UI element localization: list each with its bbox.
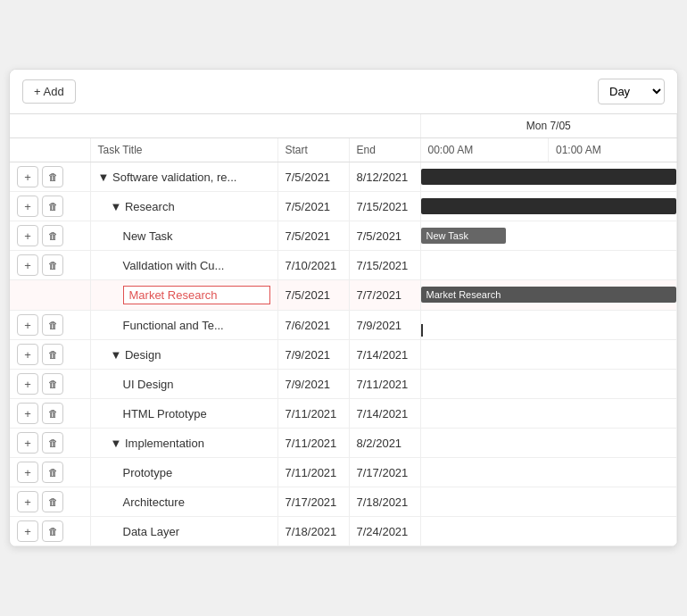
actions-cell: +🗑 [10,399,90,429]
row-add-button[interactable]: + [17,314,38,336]
table-row: +🗑Valldation with Cu...7/10/20217/15/202… [10,251,677,280]
row-add-button[interactable]: + [17,491,38,512]
row-delete-button[interactable]: 🗑 [42,403,63,424]
gantt-body: +🗑▼ Software validation, re...7/5/20218/… [10,162,677,546]
gantt-cell [420,517,677,546]
row-add-button[interactable]: + [17,344,38,365]
gantt-line [421,324,423,337]
gantt-bar[interactable]: Market Research [421,287,677,303]
row-delete-button[interactable]: 🗑 [42,432,63,454]
toolbar: + Add Day Week Month [10,70,677,114]
title-cell: Prototype [90,458,277,487]
gantt-bar[interactable] [421,198,677,214]
row-delete-button[interactable]: 🗑 [42,344,63,365]
end-cell: 7/7/2021 [349,280,420,311]
row-delete-button[interactable]: 🗑 [42,314,63,336]
end-cell: 7/9/2021 [349,311,420,340]
end-cell: 8/12/2021 [349,162,420,192]
action-buttons: +🗑 [17,491,83,512]
gantt-cell [420,251,677,280]
title-cell: HTML Prototype [90,399,277,429]
table-row: +🗑▼ Software validation, re...7/5/20218/… [10,162,677,192]
row-add-button[interactable]: + [17,462,38,483]
actions-cell: +🗑 [10,221,90,251]
row-add-button[interactable]: + [17,432,38,454]
table-row: 7/5/20217/7/2021Market Research [10,280,677,311]
gantt-cell [420,487,677,517]
date-header-date: Mon 7/05 [420,114,677,138]
gantt-cell [420,192,677,221]
row-delete-button[interactable]: 🗑 [42,520,63,542]
gantt-cell: New Task [420,221,677,251]
title-cell: ▼ Software validation, re... [90,162,277,192]
view-select[interactable]: Day Week Month [599,79,664,104]
col-actions-header [10,137,90,162]
gantt-cell [420,370,677,399]
col-start-header: Start [277,137,349,162]
start-cell: 7/11/2021 [277,399,349,429]
start-cell: 7/6/2021 [277,311,349,340]
end-cell: 7/15/2021 [349,192,420,221]
row-delete-button[interactable]: 🗑 [42,373,63,395]
row-delete-button[interactable]: 🗑 [42,491,63,512]
title-cell: ▼ Implementation [90,429,277,458]
actions-cell: +🗑 [10,429,90,458]
row-delete-button[interactable]: 🗑 [42,462,63,483]
end-cell: 7/17/2021 [349,458,420,487]
start-cell: 7/18/2021 [277,517,349,546]
gantt-chart-container: + Add Day Week Month Mon 7/05 [9,69,678,548]
row-delete-button[interactable]: 🗑 [42,196,63,217]
action-buttons: +🗑 [17,196,83,217]
row-add-button[interactable]: + [17,196,38,217]
table-row: +🗑Functional and Te...7/6/20217/9/2021 [10,311,677,340]
table-row: +🗑▼ Implementation7/11/20218/2/2021 [10,429,677,458]
row-delete-button[interactable]: 🗑 [42,166,63,187]
gantt-bar[interactable] [421,169,677,185]
gantt-cell [420,340,677,370]
action-buttons: +🗑 [17,254,83,276]
row-add-button[interactable]: + [17,373,38,395]
actions-cell: +🗑 [10,517,90,546]
end-cell: 7/5/2021 [349,221,420,251]
actions-cell: +🗑 [10,458,90,487]
start-cell: 7/5/2021 [277,162,349,192]
view-select-wrap: Day Week Month [598,79,665,104]
row-add-button[interactable]: + [17,225,38,246]
row-add-button[interactable]: + [17,403,38,424]
start-cell: 7/11/2021 [277,429,349,458]
start-cell: 7/5/2021 [277,280,349,311]
row-add-button[interactable]: + [17,166,38,187]
start-cell: 7/9/2021 [277,370,349,399]
action-buttons: +🗑 [17,432,83,454]
title-cell: Valldation with Cu... [90,251,277,280]
title-cell[interactable] [90,280,277,311]
action-buttons: +🗑 [17,462,83,483]
gantt-cell [420,311,677,340]
table-row: +🗑▼ Design7/9/20217/14/2021 [10,340,677,370]
actions-cell: +🗑 [10,487,90,517]
row-add-button[interactable]: + [17,520,38,542]
end-cell: 7/15/2021 [349,251,420,280]
title-cell: Data Layer [90,517,277,546]
gantt-cell [420,458,677,487]
add-button[interactable]: + Add [22,79,76,104]
title-input[interactable] [123,286,270,304]
action-buttons: +🗑 [17,314,83,336]
row-delete-button[interactable]: 🗑 [42,254,63,276]
title-cell: New Task [90,221,277,251]
start-cell: 7/5/2021 [277,221,349,251]
start-cell: 7/11/2021 [277,458,349,487]
gantt-bar[interactable]: New Task [421,228,506,244]
gantt-table: Mon 7/05 Task Title Start End 00:00 AM 0… [10,114,677,547]
actions-cell: +🗑 [10,340,90,370]
end-cell: 7/18/2021 [349,487,420,517]
column-header-row: Task Title Start End 00:00 AM 01:00 AM [10,137,677,162]
end-cell: 7/14/2021 [349,399,420,429]
actions-cell: +🗑 [10,370,90,399]
gantt-cell [420,399,677,429]
gantt-grid: Mon 7/05 Task Title Start End 00:00 AM 0… [10,114,677,547]
row-add-button[interactable]: + [17,254,38,276]
col-end-header: End [349,137,420,162]
title-cell: Architecture [90,487,277,517]
row-delete-button[interactable]: 🗑 [42,225,63,246]
